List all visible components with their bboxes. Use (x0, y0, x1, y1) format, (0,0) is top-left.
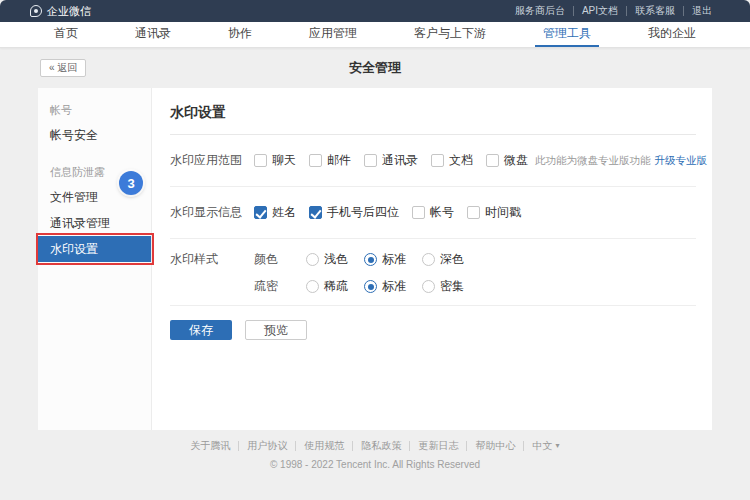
radio-icon (306, 280, 319, 293)
language-label: 中文 (532, 441, 552, 451)
footer-link-privacy-policy[interactable]: 隐私政策 (352, 441, 409, 451)
watermark-settings-panel: 水印设置 水印应用范围 聊天 邮件 通讯录 (152, 88, 712, 430)
checkbox-docs[interactable]: 文档 (431, 152, 473, 169)
sidebar-header-account: 帐号 (38, 94, 151, 122)
sidebar-item-contacts-management[interactable]: 通讯录管理 (38, 210, 151, 236)
sidebar-item-account-security[interactable]: 帐号安全 (38, 122, 151, 148)
panel-title: 水印设置 (170, 100, 696, 135)
wecom-admin-screen: 企业微信 服务商后台 API文档 联系客服 退出 首页 通讯录 协作 应用管理 … (0, 0, 750, 500)
density-option-line: 疏密 稀疏 标准 密集 (254, 278, 464, 295)
checkbox-chat[interactable]: 聊天 (254, 152, 296, 169)
checkbox-label: 通讯录 (382, 152, 418, 169)
sidebar-item-watermark-settings[interactable]: 水印设置 (38, 236, 151, 262)
checkbox-label: 微盘 (504, 152, 528, 169)
checkbox-label: 帐号 (430, 204, 454, 221)
nav-item-collaboration[interactable]: 协作 (220, 22, 260, 47)
footer-link-changelog[interactable]: 更新日志 (409, 441, 466, 451)
radio-label: 浅色 (324, 251, 348, 268)
checkbox-label: 文档 (449, 152, 473, 169)
link-api-docs[interactable]: API文档 (573, 6, 626, 16)
radio-selected-icon (364, 253, 377, 266)
checkbox-icon (467, 206, 480, 219)
checkbox-label: 邮件 (327, 152, 351, 169)
style-options: 颜色 浅色 标准 深色 (254, 251, 464, 295)
checkbox-icon (254, 154, 267, 167)
annotation-badge-3: 3 (119, 171, 143, 195)
checkbox-checked-icon (309, 206, 322, 219)
radio-density-standard[interactable]: 标准 (364, 278, 406, 295)
checkbox-label: 手机号后四位 (327, 204, 399, 221)
topbar-links: 服务商后台 API文档 联系客服 退出 (507, 6, 720, 16)
checkbox-icon (309, 154, 322, 167)
nav-item-my-company[interactable]: 我的企业 (640, 22, 704, 47)
color-options: 浅色 标准 深色 (306, 251, 464, 268)
nav-item-customers[interactable]: 客户与上下游 (406, 22, 494, 47)
checkbox-contacts[interactable]: 通讯录 (364, 152, 418, 169)
nav-item-apps[interactable]: 应用管理 (301, 22, 365, 47)
save-button[interactable]: 保存 (170, 320, 232, 340)
watermark-display-row: 水印显示信息 姓名 手机号后四位 帐号 (170, 187, 696, 239)
radio-color-light[interactable]: 浅色 (306, 251, 348, 268)
upgrade-pro-link[interactable]: 升级专业版 (655, 154, 708, 168)
footer-link-help-center[interactable]: 帮助中心 (466, 441, 523, 451)
radio-icon (422, 280, 435, 293)
color-label: 颜色 (254, 251, 306, 268)
checkbox-icon (431, 154, 444, 167)
brand-name: 企业微信 (47, 4, 91, 19)
content-panel: 帐号 帐号安全 信息防泄露 文件管理 通讯录管理 水印设置 水印设置 水印应用范… (38, 88, 712, 430)
radio-label: 标准 (382, 278, 406, 295)
radio-selected-icon (364, 280, 377, 293)
density-label: 疏密 (254, 278, 306, 295)
nav-item-admin-tools[interactable]: 管理工具 (535, 22, 599, 47)
checkbox-icon (364, 154, 377, 167)
checkbox-mail[interactable]: 邮件 (309, 152, 351, 169)
color-option-line: 颜色 浅色 标准 深色 (254, 251, 464, 268)
display-row-label: 水印显示信息 (170, 204, 254, 221)
checkbox-phone-last4[interactable]: 手机号后四位 (309, 204, 399, 221)
checkbox-checked-icon (254, 206, 267, 219)
link-contact-support[interactable]: 联系客服 (626, 6, 683, 16)
checkbox-label: 时间戳 (485, 204, 521, 221)
page-header: « 返回 安全管理 (0, 48, 750, 88)
style-row-label: 水印样式 (170, 251, 254, 268)
radio-density-dense[interactable]: 密集 (422, 278, 464, 295)
scope-options: 聊天 邮件 通讯录 文档 (254, 152, 528, 169)
main-nav: 首页 通讯录 协作 应用管理 客户与上下游 管理工具 我的企业 (0, 22, 750, 48)
footer-link-user-agreement[interactable]: 用户协议 (238, 441, 295, 451)
radio-label: 密集 (440, 278, 464, 295)
sidebar-item-label: 水印设置 (50, 242, 98, 256)
caret-down-icon: ▾ (555, 441, 559, 451)
scope-row-label: 水印应用范围 (170, 152, 254, 169)
checkbox-icon (486, 154, 499, 167)
density-options: 稀疏 标准 密集 (306, 278, 464, 295)
footer-link-about-tencent[interactable]: 关于腾讯 (182, 441, 238, 451)
preview-button[interactable]: 预览 (245, 320, 307, 340)
back-button[interactable]: « 返回 (40, 59, 86, 77)
link-service-provider[interactable]: 服务商后台 (507, 6, 573, 16)
footer-language-selector[interactable]: 中文 ▾ (523, 441, 567, 451)
checkbox-drive[interactable]: 微盘 (486, 152, 528, 169)
page-footer: 关于腾讯 用户协议 使用规范 隐私政策 更新日志 帮助中心 中文 ▾ © 199… (0, 441, 750, 470)
checkbox-icon (412, 206, 425, 219)
radio-color-standard[interactable]: 标准 (364, 251, 406, 268)
radio-label: 稀疏 (324, 278, 348, 295)
checkbox-account[interactable]: 帐号 (412, 204, 454, 221)
radio-label: 深色 (440, 251, 464, 268)
radio-icon (422, 253, 435, 266)
radio-icon (306, 253, 319, 266)
watermark-scope-row: 水印应用范围 聊天 邮件 通讯录 (170, 135, 696, 187)
action-buttons: 保存 预览 (170, 306, 696, 340)
nav-item-contacts[interactable]: 通讯录 (127, 22, 179, 47)
nav-item-home[interactable]: 首页 (46, 22, 86, 47)
footer-link-usage-rules[interactable]: 使用规范 (295, 441, 352, 451)
wecom-logo-icon (30, 5, 42, 17)
checkbox-label: 姓名 (272, 204, 296, 221)
radio-color-dark[interactable]: 深色 (422, 251, 464, 268)
link-logout[interactable]: 退出 (683, 6, 720, 16)
checkbox-timestamp[interactable]: 时间戳 (467, 204, 521, 221)
checkbox-label: 聊天 (272, 152, 296, 169)
checkbox-name[interactable]: 姓名 (254, 204, 296, 221)
page-title: 安全管理 (349, 59, 401, 77)
brand[interactable]: 企业微信 (30, 4, 91, 19)
radio-density-sparse[interactable]: 稀疏 (306, 278, 348, 295)
